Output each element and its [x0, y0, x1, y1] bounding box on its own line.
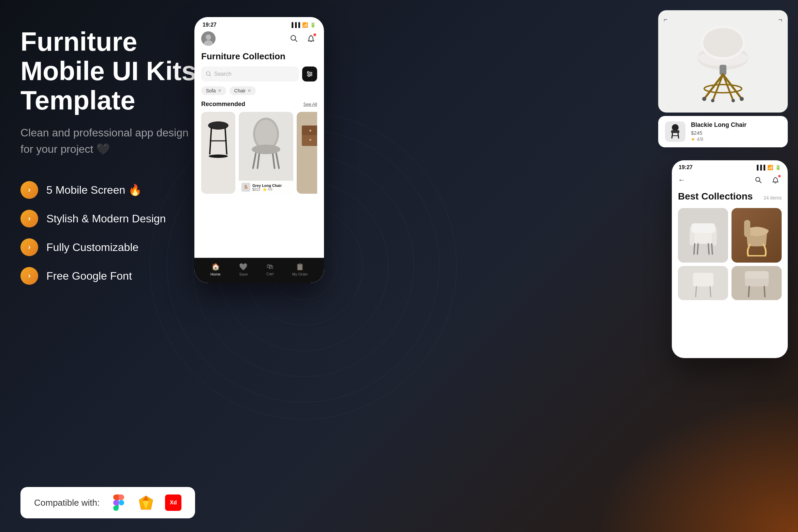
nav-save-label: Save [239, 272, 248, 276]
feature-item-1: › 5 Mobile Screen 🔥 [20, 181, 198, 199]
title-row-right: Best Collections 24 items [678, 191, 782, 203]
svg-line-69 [749, 286, 749, 297]
back-button[interactable]: ← [678, 176, 685, 184]
phone-main: 19:27 ▐▐▐ 📶 🔋 [194, 17, 324, 283]
product-name: Blackie Long Chair [691, 121, 781, 129]
search-placeholder-text: Search [214, 71, 232, 77]
collection-card-1[interactable] [678, 208, 728, 263]
tag-chair[interactable]: Chair ✕ [230, 86, 256, 95]
nav-myorder-label: My Order [292, 272, 308, 276]
svg-line-70 [764, 286, 765, 297]
tag-chair-close[interactable]: ✕ [248, 88, 251, 93]
signal-icon-2: ▐▐▐ [755, 165, 765, 170]
grey-chair-price: $213 [252, 188, 260, 191]
collection-chair-3 [690, 268, 717, 298]
search-icon-btn-2[interactable] [752, 174, 765, 186]
svg-line-28 [257, 154, 259, 168]
tag-chair-label: Chair [234, 88, 246, 93]
status-bar-2: 19:27 ▐▐▐ 📶 🔋 [672, 160, 788, 171]
filter-button[interactable] [302, 66, 317, 82]
tag-sofa-close[interactable]: ✕ [218, 88, 221, 93]
svg-point-17 [308, 75, 310, 77]
status-icons-2: ▐▐▐ 📶 🔋 [755, 165, 781, 170]
svg-point-45 [711, 99, 714, 102]
nav-cart[interactable]: 🛍 Cart [266, 263, 274, 276]
svg-point-6 [206, 34, 211, 40]
svg-line-9 [295, 40, 297, 42]
see-all-link[interactable]: See All [304, 102, 317, 107]
feature-item-3: › Fully Customizable [20, 238, 198, 256]
svg-line-60 [697, 244, 698, 254]
best-collections-title: Best Collections [678, 191, 753, 202]
feature-icon-4: › [20, 267, 38, 285]
notif-dot [313, 33, 316, 36]
svg-line-61 [708, 244, 709, 254]
svg-point-36 [703, 28, 743, 57]
notification-icon-btn-2[interactable] [769, 174, 782, 186]
svg-rect-62 [744, 220, 750, 237]
figma-icon [110, 494, 127, 511]
svg-line-29 [273, 154, 275, 168]
product-rating: ★ 4/8 [691, 136, 781, 142]
battery-icon-2: 🔋 [775, 165, 781, 170]
product-card-black[interactable] [201, 112, 235, 194]
corner-tr: ¬ [778, 16, 782, 24]
product-card-grey[interactable]: 🪑 Grey Long Chair $213 ⭐ 4/8 [239, 112, 293, 194]
nav-save[interactable]: 🤍 Save [239, 263, 248, 276]
sketch-icon [138, 494, 154, 511]
tag-sofa-label: Sofa [206, 88, 216, 93]
grey-chair-name: Grey Long Chair [252, 183, 282, 188]
tag-row: Sofa ✕ Chair ✕ [201, 86, 317, 95]
svg-rect-68 [745, 271, 769, 279]
home-icon: 🏠 [211, 263, 220, 271]
collection-card-3[interactable] [678, 266, 728, 300]
svg-point-21 [209, 154, 228, 158]
notification-icon-btn[interactable] [305, 32, 317, 45]
grey-chair-rating: ⭐ 4/8 [263, 188, 272, 191]
star-icon: ★ [691, 136, 695, 142]
compatible-label: Compatible with: [34, 498, 100, 508]
product-card-partial[interactable] [297, 112, 317, 194]
status-time-2: 19:27 [679, 164, 693, 171]
feature-text-3: Fully Customizable [46, 241, 138, 254]
search-box[interactable]: Search [201, 66, 299, 82]
section-row: Recommended See All [201, 101, 317, 108]
feature-text-1: 5 Mobile Screen 🔥 [46, 183, 142, 196]
black-chair-img [206, 117, 230, 161]
product-cards: 🪑 Grey Long Chair $213 ⭐ 4/8 [201, 112, 317, 194]
nav-home-label: Home [210, 272, 220, 276]
grey-chair-img [246, 115, 286, 170]
nav-cart-label: Cart [266, 272, 274, 276]
feature-list: › 5 Mobile Screen 🔥 › Stylish & Modern D… [20, 181, 198, 285]
main-title: Furniture Mobile UI Kits Template [20, 27, 198, 115]
product-thumb [665, 121, 685, 142]
signal-icon: ▐▐▐ [290, 22, 300, 28]
feature-text-2: Stylish & Modern Design [46, 212, 166, 225]
svg-point-16 [310, 73, 312, 75]
tag-sofa[interactable]: Sofa ✕ [201, 86, 226, 95]
svg-line-40 [713, 74, 723, 101]
phone-header [201, 31, 317, 46]
product-thumb-img [668, 124, 683, 139]
svg-point-46 [732, 99, 735, 102]
svg-line-65 [696, 286, 696, 297]
search-icon-btn[interactable] [288, 32, 300, 45]
wifi-icon: 📶 [302, 22, 308, 28]
save-icon: 🤍 [239, 263, 248, 271]
svg-point-33 [309, 139, 311, 141]
svg-line-27 [276, 153, 279, 168]
notif-dot-2 [778, 175, 781, 177]
collection-card-2[interactable] [732, 208, 782, 263]
status-bar: 19:27 ▐▐▐ 📶 🔋 [194, 17, 324, 28]
nav-myorder[interactable]: 📋 My Order [292, 263, 308, 276]
collection-card-4[interactable] [732, 266, 782, 300]
svg-point-44 [740, 97, 744, 101]
avatar [201, 31, 216, 46]
items-count: 24 items [764, 195, 782, 201]
phone-right: 19:27 ▐▐▐ 📶 🔋 ← [672, 160, 788, 358]
svg-point-15 [308, 72, 309, 73]
compatible-bar: Compatible with: Xd [20, 487, 195, 518]
nav-home[interactable]: 🏠 Home [210, 263, 220, 276]
status-icons: ▐▐▐ 📶 🔋 [290, 22, 316, 28]
svg-point-42 [704, 85, 742, 93]
